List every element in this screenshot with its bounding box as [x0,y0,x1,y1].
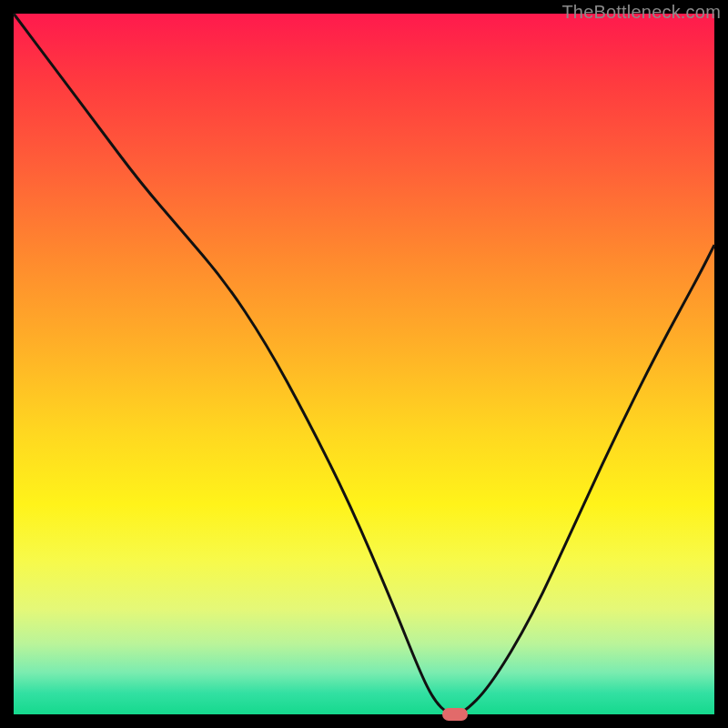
plot-area [14,14,714,714]
bottleneck-curve [14,14,714,714]
optimal-marker [442,708,468,721]
chart-frame: TheBottleneck.com [0,0,728,728]
watermark-text: TheBottleneck.com [561,2,721,23]
curve-path [14,14,714,714]
